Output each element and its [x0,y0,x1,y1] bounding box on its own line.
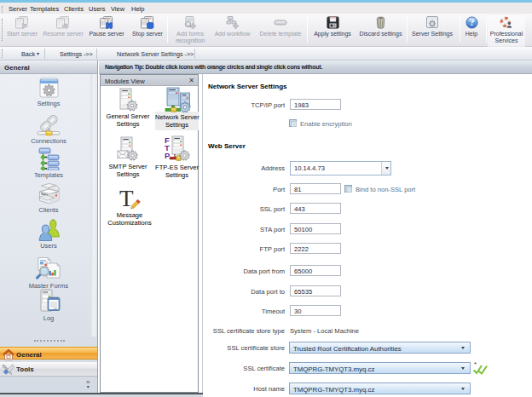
svg-text:?: ? [469,18,473,27]
